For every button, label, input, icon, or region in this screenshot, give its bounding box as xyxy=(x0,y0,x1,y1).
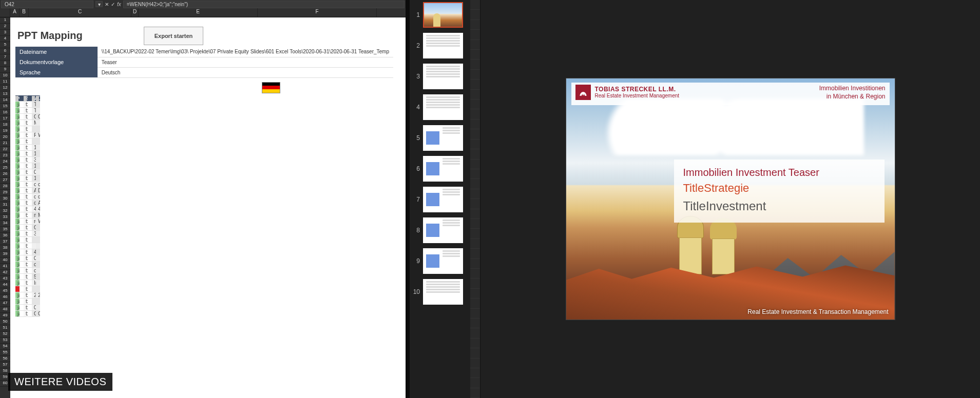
slide-thumbnail[interactable] xyxy=(423,248,463,274)
cell-value-de[interactable]: Abhängig von der Investitionsstruktur xyxy=(36,200,40,206)
row-header[interactable]: 52 xyxy=(0,331,10,337)
cell-value-en[interactable] xyxy=(32,237,36,243)
table-row[interactable]: jatxtFaktor xyxy=(15,243,40,249)
table-row[interactable]: jatxtFinancierung40,0% Loan Quota40,0% F… xyxy=(15,206,40,212)
cell-status[interactable]: ja xyxy=(15,292,20,298)
cell-status[interactable]: ja xyxy=(15,200,20,206)
table-row[interactable]: jatxtBaujahr20032003 xyxy=(15,292,40,298)
cell-status[interactable]: ja xyxy=(15,212,20,218)
row-header[interactable]: 2 xyxy=(0,24,10,30)
cell-value-de[interactable]: 40,0% Fremdkapital xyxy=(36,206,40,212)
cell-status[interactable]: ja xyxy=(15,268,20,274)
cell-value-de[interactable] xyxy=(36,126,40,132)
slide-thumbnail[interactable] xyxy=(423,187,463,212)
cell-value-de[interactable] xyxy=(36,169,40,175)
cell-value-en[interactable]: 0,0% xyxy=(32,255,36,262)
table-row[interactable]: jatxtTitleStrategieCoreCore xyxy=(15,114,40,120)
tbl-header-wert[interactable]: Wert zum Exportieren xyxy=(32,95,36,102)
table-row[interactable]: jatxtCashOnCash1,1% p.a. (incl. Jahre) xyxy=(15,163,40,169)
cell-value-en[interactable]: 385 m² xyxy=(32,231,36,237)
cell-fieldname[interactable]: txtNutzungsart xyxy=(24,218,28,225)
table-row[interactable]: jatxtErwerbsartdirect acquisitiondirekte… xyxy=(15,194,40,200)
cancel-icon[interactable]: ✕ xyxy=(105,2,109,7)
cell-status[interactable]: ja xyxy=(15,305,20,311)
cell-value-en[interactable]: 5.761 xyxy=(32,274,36,280)
cell-value-de[interactable]: Core xyxy=(36,311,40,317)
cell-status[interactable]: ja xyxy=(15,169,20,175)
cell-status[interactable]: ja xyxy=(15,120,20,126)
cell-status[interactable]: ja xyxy=(15,102,20,108)
filter-icon[interactable] xyxy=(24,96,27,101)
cell-value-en[interactable] xyxy=(32,243,36,249)
cell-value-en[interactable]: Investor calculated approach of EUR 28.0… xyxy=(32,280,36,286)
table-row[interactable]: jatxtMietanzahlca. xyxy=(15,268,40,274)
slide-thumbnail[interactable] xyxy=(423,2,463,28)
cell-value-de[interactable] xyxy=(36,151,40,157)
col-header-a[interactable]: A xyxy=(10,8,20,17)
cell-fieldname[interactable]: txtAngebot xyxy=(24,311,28,317)
cell-value-en[interactable]: residential xyxy=(32,218,36,225)
slide-canvas[interactable]: TOBIAS STRECKEL LL.M. Real Estate Invest… xyxy=(481,0,980,398)
row-header[interactable]: 41 xyxy=(0,264,10,270)
cell-status[interactable]: ja xyxy=(15,206,20,212)
title-box[interactable]: Immobilien Investment Teaser TitleStrate… xyxy=(674,160,885,223)
cell-value-de[interactable]: direkter Erwerb xyxy=(36,194,40,200)
cell-fieldname[interactable]: txtTitleInvestment xyxy=(24,120,28,126)
table-row[interactable]: jatxtTransaction xyxy=(15,138,40,145)
row-header[interactable]: 4 xyxy=(0,36,10,42)
cell-value-de[interactable] xyxy=(36,298,40,305)
cell-value-de[interactable] xyxy=(36,225,40,231)
row-header[interactable]: 11 xyxy=(0,79,10,85)
cell-fieldname[interactable]: txtAnfangsrendite(NetYield) xyxy=(24,249,28,255)
table-row[interactable]: jatxtKaufpreis3.400.000 xyxy=(15,157,40,163)
cell-value-en[interactable]: The multi-family house with 2 apartments… xyxy=(32,102,36,108)
table-row[interactable]: jatxtZustand0,26 Ja / 1,6% xyxy=(15,305,40,311)
slide-thumbnail-row[interactable]: 9 xyxy=(413,248,467,274)
row-header[interactable]: 47 xyxy=(0,301,10,307)
row-header[interactable]: 15 xyxy=(0,104,10,110)
table-row[interactable]: jatxtErbbaurecht/WEGInvestor calculated … xyxy=(15,280,40,286)
cell-value-de[interactable] xyxy=(36,145,40,151)
fx-icon[interactable]: fx xyxy=(117,2,121,7)
cell-value-en[interactable]: multi tenant apartment house xyxy=(32,212,36,218)
slide-thumbnail[interactable] xyxy=(423,64,463,89)
slide-thumbnail-row[interactable]: 1 xyxy=(413,2,467,28)
cell-fieldname[interactable]: txtTitleStrategie xyxy=(24,114,28,120)
row-header[interactable]: 43 xyxy=(0,276,10,282)
cell-fieldname[interactable]: txtCapexQuote xyxy=(24,274,28,280)
table-row[interactable]: jatxtAnfangsrendite(NetYield)4,6 yrs. (e… xyxy=(15,249,40,255)
cell-status[interactable]: ja xyxy=(15,126,20,132)
cell-fieldname[interactable]: txtHaftung xyxy=(24,200,28,206)
row-header[interactable]: 39 xyxy=(0,251,10,257)
row-header[interactable]: 50 xyxy=(0,319,10,325)
cell-value-en[interactable]: ca. EUR 128.640 xyxy=(32,262,36,268)
cell-value-de[interactable]: Wohnen xyxy=(36,218,40,225)
cell-value-de[interactable] xyxy=(36,102,40,108)
tbl-header-key[interactable]: Key xyxy=(15,95,20,102)
cell-fieldname[interactable]: txtKaufpreis xyxy=(24,157,28,163)
row-header[interactable]: 9 xyxy=(0,67,10,73)
table-row[interactable]: txtCashflow xyxy=(15,286,40,292)
tbl-header-de[interactable]: DE xyxy=(36,95,40,102)
cell-value-en[interactable]: Core xyxy=(32,311,36,317)
cell-value-en[interactable]: Multi-family apartment building in the e… xyxy=(32,120,36,126)
table-row[interactable]: jatxtAnlagestrategieResidential/property… xyxy=(15,132,40,138)
row-header[interactable]: 49 xyxy=(0,313,10,319)
row-header[interactable]: 37 xyxy=(0,239,10,245)
cell-value-de[interactable]: Mehrfamilienhaus xyxy=(36,212,40,218)
cell-value-en[interactable]: ca. xyxy=(32,268,36,274)
row-header[interactable]: 53 xyxy=(0,337,10,344)
table-row[interactable]: jatxtAnlagebild xyxy=(15,298,40,305)
cell-value-de[interactable] xyxy=(36,286,40,292)
cell-status[interactable]: ja xyxy=(15,249,20,255)
row-header[interactable]: 16 xyxy=(0,110,10,116)
row-header[interactable]: 57 xyxy=(0,362,10,368)
row-header[interactable]: 21 xyxy=(0,141,10,147)
row-header[interactable]: 46 xyxy=(0,294,10,301)
row-header[interactable]: 45 xyxy=(0,288,10,294)
confirm-icon[interactable]: ✓ xyxy=(111,2,115,7)
table-row[interactable]: jatxtStandortGrasbrunn (Munich District) xyxy=(15,225,40,231)
cell-fieldname[interactable]: txtAnlagebild xyxy=(24,298,28,305)
cell-fieldname[interactable]: txtLeerstand xyxy=(24,255,28,262)
row-header[interactable]: 38 xyxy=(0,245,10,251)
